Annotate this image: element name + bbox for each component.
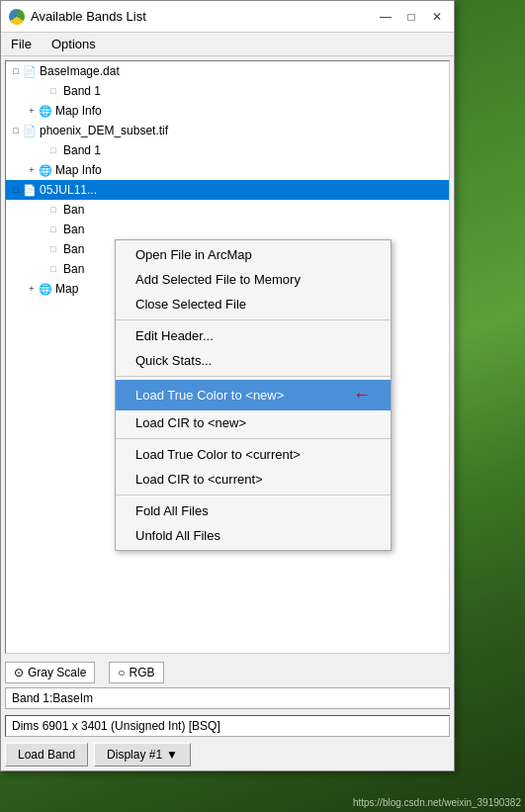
radio-grayscale-indicator: ⊙ (14, 666, 24, 679)
ctx-sep4 (116, 495, 391, 496)
ctx-sep1 (116, 319, 391, 320)
tree-label-map-05jul: Map (55, 280, 78, 298)
bottom-controls: ⊙ Gray Scale ○ RGB Band 1:BaseIm (1, 658, 454, 713)
tree-item-mapinfo-phoenix[interactable]: + 🌐 Map Info (6, 160, 449, 180)
globe-icon: 🌐 (38, 281, 53, 297)
expand-icon[interactable]: □ (10, 62, 22, 80)
tree-item-05jul11[interactable]: □ 📄 05JUL11... (6, 180, 449, 200)
dims-label: Dims 6901 x 3401 (Unsigned Int) [BSQ] (12, 719, 220, 733)
close-button[interactable]: ✕ (428, 8, 446, 26)
ctx-load-cir-new[interactable]: Load CIR to <new> (116, 410, 391, 435)
display-label: Display #1 (107, 748, 162, 762)
expand-icon: + (26, 161, 38, 179)
tree-label-band-b: Ban (63, 221, 84, 238)
tree-label-05jul11: 05JUL11... (40, 181, 97, 199)
file-icon: 📄 (22, 182, 38, 198)
tree-label-mapinfo-base: Map Info (55, 102, 102, 120)
file-icon: 📄 (22, 123, 38, 138)
expand-icon[interactable]: □ (10, 122, 22, 139)
tree-label-band-d: Ban (63, 260, 84, 278)
tree-item-phoenix[interactable]: □ 📄 phoenix_DEM_subset.tif (6, 121, 449, 140)
ctx-unfold-all[interactable]: Unfold All Files (116, 523, 391, 548)
ctx-load-true-current[interactable]: Load True Color to <current> (116, 442, 391, 467)
rgb-radio[interactable]: ○ RGB (109, 662, 163, 683)
band-info-row: Band 1:BaseIm (5, 687, 450, 709)
radio-rgb-indicator: ○ (118, 666, 125, 679)
ctx-load-true-color-new[interactable]: Load True Color to <new> ← (116, 380, 391, 410)
minimize-button[interactable]: — (377, 8, 394, 26)
band-icon: □ (45, 261, 61, 277)
app-logo (9, 9, 25, 25)
tree-label-band-c: Ban (63, 240, 84, 258)
band-icon: □ (45, 142, 61, 158)
expand-icon: + (26, 280, 38, 298)
grayscale-radio[interactable]: ⊙ Gray Scale (5, 662, 95, 683)
ctx-close-file[interactable]: Close Selected File (116, 292, 391, 316)
maximize-button[interactable]: □ (402, 8, 420, 26)
rgb-label: RGB (130, 666, 155, 679)
tree-label-band1-phoenix: Band 1 (63, 141, 101, 159)
button-row: Load Band Display #1 ▼ (1, 739, 454, 770)
expand-icon[interactable]: □ (10, 181, 22, 199)
tree-item-band1-base[interactable]: □ Band 1 (6, 81, 449, 101)
menu-file[interactable]: File (5, 35, 38, 53)
tree-panel[interactable]: □ 📄 BaseImage.dat □ Band 1 + 🌐 Map Info … (5, 60, 450, 654)
file-icon: 📄 (22, 63, 38, 79)
tree-label-band-a: Ban (63, 201, 84, 219)
dims-row: Dims 6901 x 3401 (Unsigned Int) [BSQ] (5, 715, 450, 737)
expand-icon: + (26, 102, 38, 120)
band-icon: □ (45, 83, 61, 99)
main-window: Available Bands List — □ ✕ File Options … (0, 0, 455, 771)
ctx-edit-header[interactable]: Edit Header... (116, 323, 391, 348)
band-icon: □ (45, 202, 61, 218)
tree-item-band1-phoenix[interactable]: □ Band 1 (6, 140, 449, 160)
globe-icon: 🌐 (38, 103, 53, 119)
tree-label-mapinfo-phoenix: Map Info (55, 161, 102, 179)
ctx-sep3 (116, 438, 391, 439)
menu-options[interactable]: Options (45, 35, 102, 53)
band-icon: □ (45, 222, 61, 237)
tree-label-band1-base: Band 1 (63, 82, 101, 100)
globe-icon: 🌐 (38, 162, 53, 178)
ctx-load-cir-current[interactable]: Load CIR to <current> (116, 467, 391, 492)
watermark: https://blog.csdn.net/weixin_39190382 (353, 797, 521, 808)
ctx-quick-stats[interactable]: Quick Stats... (116, 348, 391, 373)
window-title: Available Bands List (31, 9, 146, 24)
band-icon: □ (45, 241, 61, 257)
arrow-icon: ← (353, 385, 371, 406)
ctx-sep2 (116, 376, 391, 377)
display-button[interactable]: Display #1 ▼ (94, 743, 191, 767)
ctx-label-load-true-new: Load True Color to <new> (135, 388, 284, 403)
ctx-fold-all[interactable]: Fold All Files (116, 498, 391, 523)
tree-item-band-b[interactable]: □ Ban (6, 220, 449, 239)
title-bar-left: Available Bands List (9, 9, 146, 25)
context-menu: Open File in ArcMap Add Selected File to… (115, 239, 392, 551)
title-controls: — □ ✕ (377, 8, 446, 26)
radio-row: ⊙ Gray Scale ○ RGB (5, 662, 450, 683)
dropdown-arrow-icon: ▼ (166, 748, 178, 762)
ctx-open-arcmap[interactable]: Open File in ArcMap (116, 242, 391, 267)
tree-item-baseimage[interactable]: □ 📄 BaseImage.dat (6, 61, 449, 81)
tree-item-mapinfo-base[interactable]: + 🌐 Map Info (6, 101, 449, 121)
band-info-label: Band 1:BaseIm (12, 691, 93, 705)
tree-label-phoenix: phoenix_DEM_subset.tif (40, 122, 168, 139)
title-bar: Available Bands List — □ ✕ (1, 1, 454, 33)
menu-bar: File Options (1, 33, 454, 56)
tree-label-baseimage: BaseImage.dat (40, 62, 120, 80)
grayscale-label: Gray Scale (28, 666, 86, 679)
tree-item-band-a[interactable]: □ Ban (6, 200, 449, 220)
ctx-add-memory[interactable]: Add Selected File to Memory (116, 267, 391, 292)
load-band-button[interactable]: Load Band (5, 743, 88, 767)
